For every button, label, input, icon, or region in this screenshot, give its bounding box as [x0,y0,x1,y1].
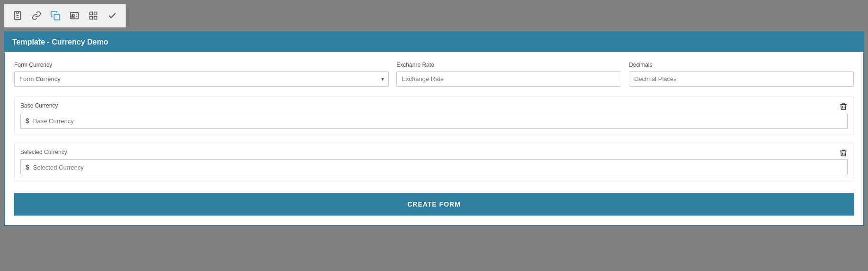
grid-icon[interactable] [86,8,101,23]
create-form-button[interactable]: CREATE FORM [14,193,854,216]
exchange-rate-input[interactable] [396,71,621,87]
svg-rect-3 [54,14,60,20]
row-1: Form Currency Form Currency ▾ Exchanre R… [14,62,854,87]
decimals-input[interactable] [629,71,854,87]
form-currency-label: Form Currency [14,62,389,68]
check-icon[interactable] [105,8,120,23]
form-header: Template - Currency Demo [5,32,863,52]
toolbar [4,4,126,27]
selected-currency-section: Selected Currency $ [14,143,854,181]
base-currency-label: Base Currency [20,102,848,109]
clipboard-icon[interactable] [10,8,25,23]
form-title: Template - Currency Demo [12,38,108,46]
main-container: Template - Currency Demo Form Currency F… [4,31,864,226]
form-body: Form Currency Form Currency ▾ Exchanre R… [5,52,863,225]
exchange-rate-group: Exchanre Rate [396,62,621,87]
svg-rect-8 [90,12,93,15]
selected-currency-input-wrapper: $ [20,159,848,175]
selected-currency-input[interactable] [33,164,842,171]
link-icon[interactable] [29,8,44,23]
selected-currency-label: Selected Currency [20,149,848,155]
dollar-icon-selected: $ [26,163,29,171]
copy-page-icon[interactable] [48,8,63,23]
delete-selected-currency-icon[interactable] [839,149,848,159]
form-currency-group: Form Currency Form Currency ▾ [14,62,389,87]
svg-rect-9 [94,12,97,15]
form-currency-select[interactable]: Form Currency [14,71,389,87]
base-currency-input-wrapper: $ [20,113,848,129]
base-currency-input[interactable] [33,117,842,125]
base-currency-section: Base Currency $ [14,96,854,135]
exchange-rate-label: Exchanre Rate [396,62,621,68]
decimals-group: Decimals [629,62,854,87]
id-badge-icon[interactable] [67,8,82,23]
dollar-icon-base: $ [26,117,29,125]
form-currency-select-wrapper: Form Currency ▾ [14,71,389,87]
svg-rect-0 [17,12,19,13]
decimals-label: Decimals [629,62,854,68]
svg-rect-11 [94,17,97,19]
svg-rect-10 [90,17,93,19]
delete-base-currency-icon[interactable] [839,102,848,113]
